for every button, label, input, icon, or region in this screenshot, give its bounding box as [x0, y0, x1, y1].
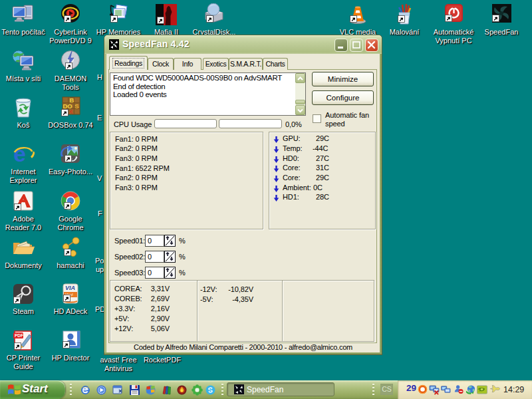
svg-text:VIA: VIA	[65, 285, 75, 291]
svg-text:PDF: PDF	[15, 333, 23, 338]
svg-text:e: e	[13, 143, 26, 166]
svg-text:X: X	[69, 108, 74, 115]
svg-text:S: S	[74, 102, 78, 110]
